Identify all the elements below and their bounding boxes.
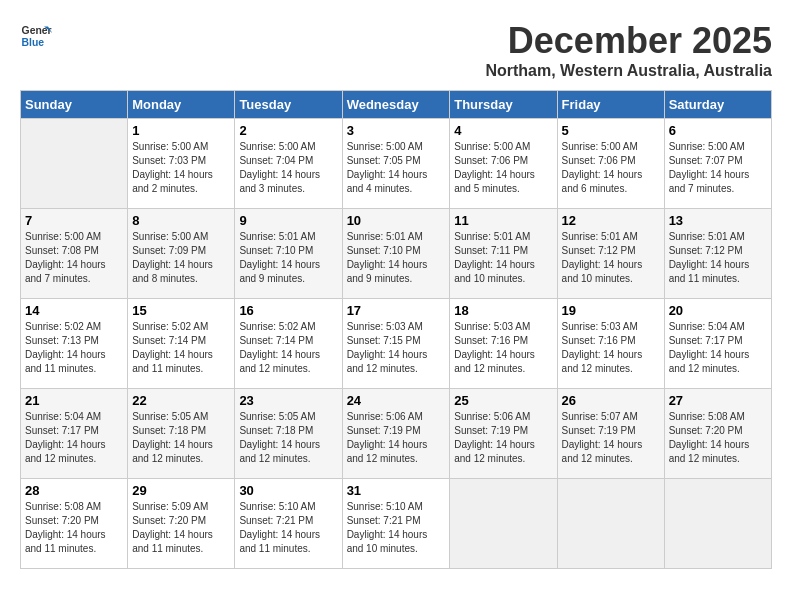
day-info: Sunrise: 5:00 AMSunset: 7:06 PMDaylight:… bbox=[454, 140, 552, 196]
table-row: 28Sunrise: 5:08 AMSunset: 7:20 PMDayligh… bbox=[21, 479, 128, 569]
day-info: Sunrise: 5:00 AMSunset: 7:07 PMDaylight:… bbox=[669, 140, 767, 196]
col-wednesday: Wednesday bbox=[342, 91, 450, 119]
day-info: Sunrise: 5:07 AMSunset: 7:19 PMDaylight:… bbox=[562, 410, 660, 466]
day-info: Sunrise: 5:10 AMSunset: 7:21 PMDaylight:… bbox=[347, 500, 446, 556]
table-row: 6Sunrise: 5:00 AMSunset: 7:07 PMDaylight… bbox=[664, 119, 771, 209]
table-row: 27Sunrise: 5:08 AMSunset: 7:20 PMDayligh… bbox=[664, 389, 771, 479]
day-number: 5 bbox=[562, 123, 660, 138]
table-row: 16Sunrise: 5:02 AMSunset: 7:14 PMDayligh… bbox=[235, 299, 342, 389]
day-info: Sunrise: 5:04 AMSunset: 7:17 PMDaylight:… bbox=[25, 410, 123, 466]
table-row: 4Sunrise: 5:00 AMSunset: 7:06 PMDaylight… bbox=[450, 119, 557, 209]
day-number: 29 bbox=[132, 483, 230, 498]
table-row: 13Sunrise: 5:01 AMSunset: 7:12 PMDayligh… bbox=[664, 209, 771, 299]
day-info: Sunrise: 5:10 AMSunset: 7:21 PMDaylight:… bbox=[239, 500, 337, 556]
logo: General Blue bbox=[20, 20, 52, 52]
table-row: 23Sunrise: 5:05 AMSunset: 7:18 PMDayligh… bbox=[235, 389, 342, 479]
table-row: 12Sunrise: 5:01 AMSunset: 7:12 PMDayligh… bbox=[557, 209, 664, 299]
day-number: 13 bbox=[669, 213, 767, 228]
table-row: 5Sunrise: 5:00 AMSunset: 7:06 PMDaylight… bbox=[557, 119, 664, 209]
table-row: 7Sunrise: 5:00 AMSunset: 7:08 PMDaylight… bbox=[21, 209, 128, 299]
day-number: 6 bbox=[669, 123, 767, 138]
day-info: Sunrise: 5:06 AMSunset: 7:19 PMDaylight:… bbox=[347, 410, 446, 466]
calendar-title: December 2025 bbox=[485, 20, 772, 62]
table-row: 18Sunrise: 5:03 AMSunset: 7:16 PMDayligh… bbox=[450, 299, 557, 389]
day-info: Sunrise: 5:01 AMSunset: 7:12 PMDaylight:… bbox=[562, 230, 660, 286]
calendar-week-row: 21Sunrise: 5:04 AMSunset: 7:17 PMDayligh… bbox=[21, 389, 772, 479]
day-info: Sunrise: 5:00 AMSunset: 7:03 PMDaylight:… bbox=[132, 140, 230, 196]
table-row: 21Sunrise: 5:04 AMSunset: 7:17 PMDayligh… bbox=[21, 389, 128, 479]
day-info: Sunrise: 5:00 AMSunset: 7:09 PMDaylight:… bbox=[132, 230, 230, 286]
table-row: 31Sunrise: 5:10 AMSunset: 7:21 PMDayligh… bbox=[342, 479, 450, 569]
day-number: 16 bbox=[239, 303, 337, 318]
day-info: Sunrise: 5:00 AMSunset: 7:05 PMDaylight:… bbox=[347, 140, 446, 196]
day-number: 11 bbox=[454, 213, 552, 228]
table-row: 29Sunrise: 5:09 AMSunset: 7:20 PMDayligh… bbox=[128, 479, 235, 569]
table-row: 26Sunrise: 5:07 AMSunset: 7:19 PMDayligh… bbox=[557, 389, 664, 479]
day-info: Sunrise: 5:00 AMSunset: 7:06 PMDaylight:… bbox=[562, 140, 660, 196]
calendar-week-row: 14Sunrise: 5:02 AMSunset: 7:13 PMDayligh… bbox=[21, 299, 772, 389]
day-number: 3 bbox=[347, 123, 446, 138]
day-info: Sunrise: 5:02 AMSunset: 7:14 PMDaylight:… bbox=[132, 320, 230, 376]
day-number: 8 bbox=[132, 213, 230, 228]
table-row: 9Sunrise: 5:01 AMSunset: 7:10 PMDaylight… bbox=[235, 209, 342, 299]
table-row: 8Sunrise: 5:00 AMSunset: 7:09 PMDaylight… bbox=[128, 209, 235, 299]
table-row bbox=[664, 479, 771, 569]
day-number: 31 bbox=[347, 483, 446, 498]
day-number: 23 bbox=[239, 393, 337, 408]
day-number: 19 bbox=[562, 303, 660, 318]
day-number: 15 bbox=[132, 303, 230, 318]
table-row: 11Sunrise: 5:01 AMSunset: 7:11 PMDayligh… bbox=[450, 209, 557, 299]
day-number: 22 bbox=[132, 393, 230, 408]
calendar-week-row: 28Sunrise: 5:08 AMSunset: 7:20 PMDayligh… bbox=[21, 479, 772, 569]
day-number: 9 bbox=[239, 213, 337, 228]
calendar-week-row: 1Sunrise: 5:00 AMSunset: 7:03 PMDaylight… bbox=[21, 119, 772, 209]
day-number: 26 bbox=[562, 393, 660, 408]
calendar-subtitle: Northam, Western Australia, Australia bbox=[485, 62, 772, 80]
header: General Blue December 2025 Northam, West… bbox=[20, 20, 772, 80]
table-row: 10Sunrise: 5:01 AMSunset: 7:10 PMDayligh… bbox=[342, 209, 450, 299]
day-number: 24 bbox=[347, 393, 446, 408]
day-info: Sunrise: 5:08 AMSunset: 7:20 PMDaylight:… bbox=[669, 410, 767, 466]
day-number: 18 bbox=[454, 303, 552, 318]
day-info: Sunrise: 5:02 AMSunset: 7:13 PMDaylight:… bbox=[25, 320, 123, 376]
day-number: 27 bbox=[669, 393, 767, 408]
day-number: 12 bbox=[562, 213, 660, 228]
table-row: 15Sunrise: 5:02 AMSunset: 7:14 PMDayligh… bbox=[128, 299, 235, 389]
day-info: Sunrise: 5:06 AMSunset: 7:19 PMDaylight:… bbox=[454, 410, 552, 466]
day-info: Sunrise: 5:01 AMSunset: 7:12 PMDaylight:… bbox=[669, 230, 767, 286]
table-row: 3Sunrise: 5:00 AMSunset: 7:05 PMDaylight… bbox=[342, 119, 450, 209]
day-info: Sunrise: 5:02 AMSunset: 7:14 PMDaylight:… bbox=[239, 320, 337, 376]
col-tuesday: Tuesday bbox=[235, 91, 342, 119]
day-number: 2 bbox=[239, 123, 337, 138]
logo-icon: General Blue bbox=[20, 20, 52, 52]
day-info: Sunrise: 5:09 AMSunset: 7:20 PMDaylight:… bbox=[132, 500, 230, 556]
col-sunday: Sunday bbox=[21, 91, 128, 119]
day-number: 25 bbox=[454, 393, 552, 408]
calendar-table: Sunday Monday Tuesday Wednesday Thursday… bbox=[20, 90, 772, 569]
day-info: Sunrise: 5:00 AMSunset: 7:08 PMDaylight:… bbox=[25, 230, 123, 286]
day-info: Sunrise: 5:00 AMSunset: 7:04 PMDaylight:… bbox=[239, 140, 337, 196]
day-number: 10 bbox=[347, 213, 446, 228]
table-row: 14Sunrise: 5:02 AMSunset: 7:13 PMDayligh… bbox=[21, 299, 128, 389]
table-row: 25Sunrise: 5:06 AMSunset: 7:19 PMDayligh… bbox=[450, 389, 557, 479]
day-number: 4 bbox=[454, 123, 552, 138]
day-info: Sunrise: 5:03 AMSunset: 7:16 PMDaylight:… bbox=[454, 320, 552, 376]
day-info: Sunrise: 5:03 AMSunset: 7:15 PMDaylight:… bbox=[347, 320, 446, 376]
title-area: December 2025 Northam, Western Australia… bbox=[485, 20, 772, 80]
table-row bbox=[21, 119, 128, 209]
day-number: 28 bbox=[25, 483, 123, 498]
calendar-header-row: Sunday Monday Tuesday Wednesday Thursday… bbox=[21, 91, 772, 119]
table-row: 17Sunrise: 5:03 AMSunset: 7:15 PMDayligh… bbox=[342, 299, 450, 389]
table-row: 22Sunrise: 5:05 AMSunset: 7:18 PMDayligh… bbox=[128, 389, 235, 479]
day-info: Sunrise: 5:01 AMSunset: 7:10 PMDaylight:… bbox=[347, 230, 446, 286]
table-row bbox=[557, 479, 664, 569]
day-number: 21 bbox=[25, 393, 123, 408]
table-row: 1Sunrise: 5:00 AMSunset: 7:03 PMDaylight… bbox=[128, 119, 235, 209]
table-row: 20Sunrise: 5:04 AMSunset: 7:17 PMDayligh… bbox=[664, 299, 771, 389]
day-info: Sunrise: 5:08 AMSunset: 7:20 PMDaylight:… bbox=[25, 500, 123, 556]
day-info: Sunrise: 5:04 AMSunset: 7:17 PMDaylight:… bbox=[669, 320, 767, 376]
col-monday: Monday bbox=[128, 91, 235, 119]
table-row: 30Sunrise: 5:10 AMSunset: 7:21 PMDayligh… bbox=[235, 479, 342, 569]
col-friday: Friday bbox=[557, 91, 664, 119]
table-row: 24Sunrise: 5:06 AMSunset: 7:19 PMDayligh… bbox=[342, 389, 450, 479]
